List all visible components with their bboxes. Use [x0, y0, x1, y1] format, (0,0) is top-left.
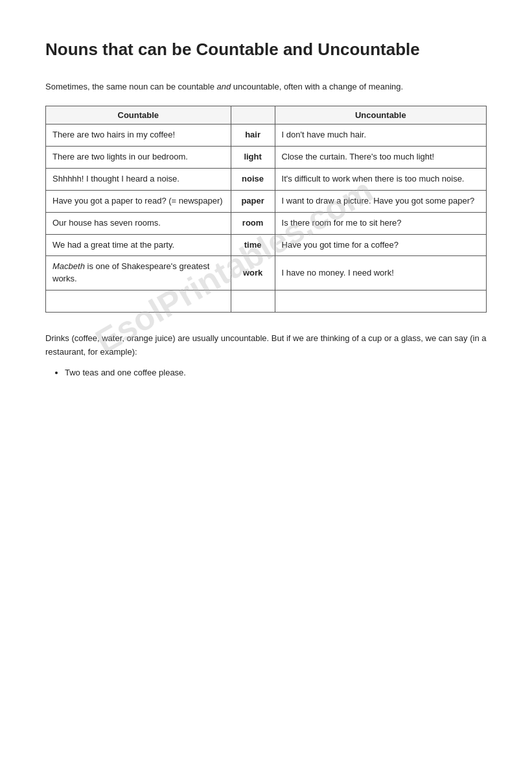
header-uncountable: Uncountable — [275, 106, 486, 124]
uncountable-example: Have you got time for a coffee? — [275, 234, 486, 256]
table-row: Our house has seven rooms. — [46, 212, 231, 234]
bullet-item: Two teas and one coffee please. — [65, 366, 487, 380]
empty-cell — [46, 290, 231, 313]
header-countable: Countable — [46, 106, 231, 124]
noun-label: hair — [231, 124, 275, 147]
uncountable-example: Close the curtain. There's too much ligh… — [275, 147, 486, 169]
table-row: Macbeth is one of Shakespeare's greatest… — [46, 256, 231, 290]
intro-paragraph: Sometimes, the same noun can be countabl… — [45, 80, 487, 93]
uncountable-example: It's difficult to work when there is too… — [275, 168, 486, 190]
footer-text: Drinks (coffee, water, orange juice) are… — [45, 332, 487, 359]
noun-label: light — [231, 147, 275, 169]
empty-cell — [275, 290, 486, 313]
uncountable-example: I have no money. I need work! — [275, 256, 486, 290]
bullet-list: Two teas and one coffee please. — [45, 366, 487, 380]
page-title: Nouns that can be Countable and Uncounta… — [45, 39, 487, 61]
table-row: We had a great time at the party. — [46, 234, 231, 256]
table-row: Have you got a paper to read? (= newspap… — [46, 190, 231, 212]
table-row: Shhhhh! I thought I heard a noise. — [46, 168, 231, 190]
nouns-table: Countable Uncountable There are two hair… — [45, 106, 487, 313]
header-noun — [231, 106, 275, 124]
noun-label: room — [231, 212, 275, 234]
table-row: There are two lights in our bedroom. — [46, 147, 231, 169]
table-row: There are two hairs in my coffee! — [46, 124, 231, 147]
noun-label: paper — [231, 190, 275, 212]
noun-label: noise — [231, 168, 275, 190]
noun-label: time — [231, 234, 275, 256]
uncountable-example: I don't have much hair. — [275, 124, 486, 147]
uncountable-example: I want to draw a picture. Have you got s… — [275, 190, 486, 212]
empty-cell — [231, 290, 275, 313]
noun-label: work — [231, 256, 275, 290]
uncountable-example: Is there room for me to sit here? — [275, 212, 486, 234]
